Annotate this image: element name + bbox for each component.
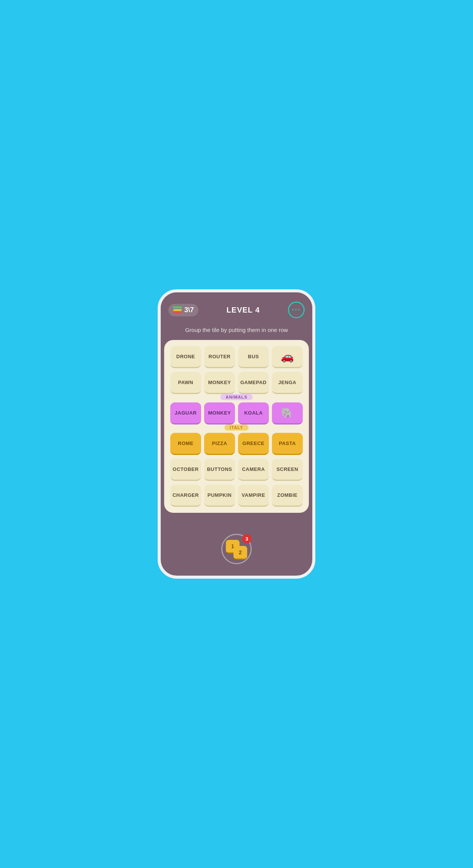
tile-pasta[interactable]: PASTA xyxy=(272,433,303,455)
tile-rome[interactable]: ROME xyxy=(170,433,201,455)
tile-jaguar[interactable]: JAGUAR xyxy=(170,402,201,424)
layers-icon xyxy=(173,306,182,314)
tile-pizza[interactable]: PIZZA xyxy=(204,433,235,455)
tile-monkey-animal[interactable]: MONKEY xyxy=(204,402,235,424)
tile-pumpkin[interactable]: PUMPKIN xyxy=(204,485,235,507)
italy-label: ITALY xyxy=(225,424,249,431)
tile-koala[interactable]: KOALA xyxy=(238,402,269,424)
tile-row-5: OCTOBER BUTTONS CAMERA SCREEN xyxy=(170,459,303,481)
tile-screen[interactable]: SCREEN xyxy=(272,459,303,481)
tile-vampire[interactable]: VAMPIRE xyxy=(238,485,269,507)
level-title: LEVEL 4 xyxy=(227,306,260,314)
tile-charger[interactable]: CHARGER xyxy=(170,485,201,507)
tile-greece[interactable]: GREECE xyxy=(238,433,269,455)
tile-zombie[interactable]: ZOMBIE xyxy=(272,485,303,507)
hint-button[interactable]: 1 2 3 xyxy=(221,534,252,564)
car-icon: 🚗 xyxy=(281,350,294,363)
tile-camera[interactable]: CAMERA xyxy=(238,459,269,481)
animals-label: ANIMALS xyxy=(220,394,252,400)
tile-elephant[interactable]: 🐘 xyxy=(272,402,303,424)
tile-row-1: DRONE ROUTER BUS 🚗 xyxy=(170,346,303,368)
tile-row-6: CHARGER PUMPKIN VAMPIRE ZOMBIE xyxy=(170,485,303,507)
hint-badge: 3 xyxy=(242,534,251,543)
italy-group: ITALY ROME PIZZA GREECE PASTA xyxy=(170,428,303,455)
hint-tile-2: 2 xyxy=(233,546,247,560)
tile-monkey[interactable]: MONKEY xyxy=(204,372,235,394)
animals-group: ANIMALS JAGUAR MONKEY KOALA 🐘 xyxy=(170,398,303,424)
dots-icon: ··· xyxy=(292,306,301,314)
tile-october[interactable]: OCTOBER xyxy=(170,459,201,481)
tile-router[interactable]: ROUTER xyxy=(204,346,235,368)
elephant-icon: 🐘 xyxy=(281,407,294,419)
tile-jenga[interactable]: JENGA xyxy=(272,372,303,394)
italy-row: ROME PIZZA GREECE PASTA xyxy=(170,433,303,455)
phone-frame: 3\7 LEVEL 4 ··· Group the tile by puttin… xyxy=(158,289,315,579)
tile-gamepad[interactable]: GAMEPAD xyxy=(238,372,269,394)
tile-pawn[interactable]: PAWN xyxy=(170,372,201,394)
score-text: 3\7 xyxy=(184,306,194,314)
game-board: DRONE ROUTER BUS 🚗 PAWN MONKEY GAMEPAD J… xyxy=(164,340,309,513)
tile-bus[interactable]: BUS xyxy=(238,346,269,368)
tile-row-2: PAWN MONKEY GAMEPAD JENGA xyxy=(170,372,303,394)
menu-button[interactable]: ··· xyxy=(288,302,305,318)
header: 3\7 LEVEL 4 ··· xyxy=(161,292,312,324)
bottom-area: 1 2 3 xyxy=(221,513,252,576)
subtitle-text: Group the tile by putting them in one ro… xyxy=(177,324,296,340)
score-badge: 3\7 xyxy=(168,304,198,316)
tile-car[interactable]: 🚗 xyxy=(272,346,303,368)
animals-row: JAGUAR MONKEY KOALA 🐘 xyxy=(170,402,303,424)
tile-drone[interactable]: DRONE xyxy=(170,346,201,368)
tile-buttons[interactable]: BUTTONS xyxy=(204,459,235,481)
